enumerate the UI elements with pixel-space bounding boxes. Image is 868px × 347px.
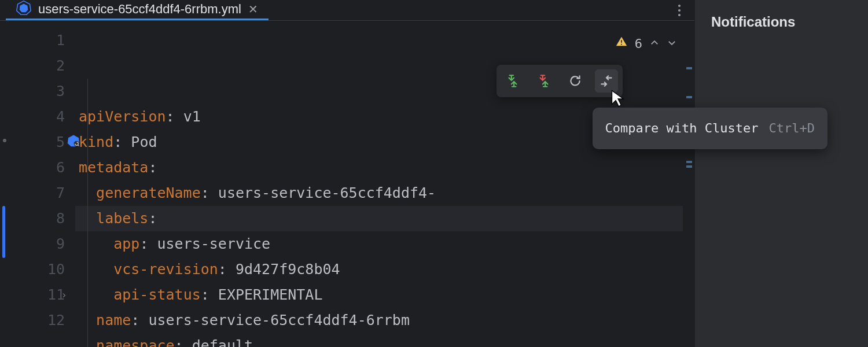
code-line[interactable]: name: users-service-65ccf4ddf4-6rrbm (79, 308, 694, 333)
chevron-down-icon[interactable] (667, 31, 677, 57)
line-number: 6 (0, 155, 65, 180)
refresh-button[interactable] (564, 69, 587, 93)
notifications-panel: Notifications (694, 0, 868, 347)
tooltip-shortcut: Ctrl+D (769, 116, 815, 141)
inspection-widget[interactable]: 6 (615, 31, 677, 57)
stripe-marker[interactable] (686, 67, 692, 69)
code-line[interactable]: app: users-service (79, 231, 694, 257)
warning-count: 6 (635, 31, 642, 57)
tooltip: Compare with Cluster Ctrl+D (593, 108, 827, 149)
line-number: 4 (0, 104, 65, 130)
chevron-up-icon[interactable] (649, 31, 660, 57)
error-stripe[interactable] (684, 21, 694, 347)
line-number: 10 (0, 257, 65, 282)
kubernetes-toolbar (496, 65, 623, 97)
warning-icon (615, 31, 628, 57)
tooltip-text: Compare with Cluster (605, 116, 759, 141)
code-editor[interactable]: 1234567891011›12 apiVersion: v1kind: Pod… (0, 21, 694, 347)
line-number: 2 (0, 53, 65, 79)
code-line[interactable]: labels: (75, 206, 683, 231)
line-number: 3 (0, 79, 65, 104)
indent-guide (87, 79, 88, 347)
line-number: 1 (0, 28, 65, 53)
pull-button[interactable] (532, 69, 556, 93)
line-number: 9 (0, 231, 65, 257)
line-number: 11› (0, 282, 65, 308)
close-icon[interactable]: ✕ (248, 2, 258, 16)
svg-rect-5 (621, 44, 622, 45)
svg-marker-1 (20, 4, 28, 13)
line-number-gutter: 1234567891011›12 (0, 21, 75, 347)
tab-filename: users-service-65ccf4ddf4-6rrbm.yml (38, 2, 241, 17)
file-tab[interactable]: users-service-65ccf4ddf4-6rrbm.yml ✕ (6, 0, 269, 20)
notifications-title: Notifications (711, 14, 852, 30)
stripe-marker[interactable] (686, 161, 692, 163)
line-number: 8 (0, 206, 65, 231)
line-number: 5 (0, 130, 65, 155)
code-line[interactable]: vcs-revision: 9d427f9c8b04 (79, 257, 694, 282)
line-number: 7 (0, 180, 65, 206)
line-number: 12 (0, 308, 65, 333)
editor-tabs: users-service-65ccf4ddf4-6rrbm.yml ✕ (0, 0, 694, 21)
push-button[interactable] (501, 69, 524, 93)
more-options-icon[interactable] (664, 5, 694, 16)
svg-rect-4 (621, 40, 622, 43)
mouse-cursor (610, 89, 626, 117)
stripe-marker[interactable] (686, 96, 692, 98)
code-line[interactable]: generateName: users-service-65ccf4ddf4- (79, 180, 694, 206)
code-line[interactable]: namespace: default (79, 333, 694, 347)
fold-chevron-icon[interactable]: › (61, 282, 67, 308)
code-line[interactable]: api-status: EXPERIMENTAL (79, 282, 694, 308)
kubernetes-icon (16, 0, 31, 19)
code-line[interactable]: metadata: (79, 155, 694, 180)
stripe-marker[interactable] (686, 165, 692, 168)
